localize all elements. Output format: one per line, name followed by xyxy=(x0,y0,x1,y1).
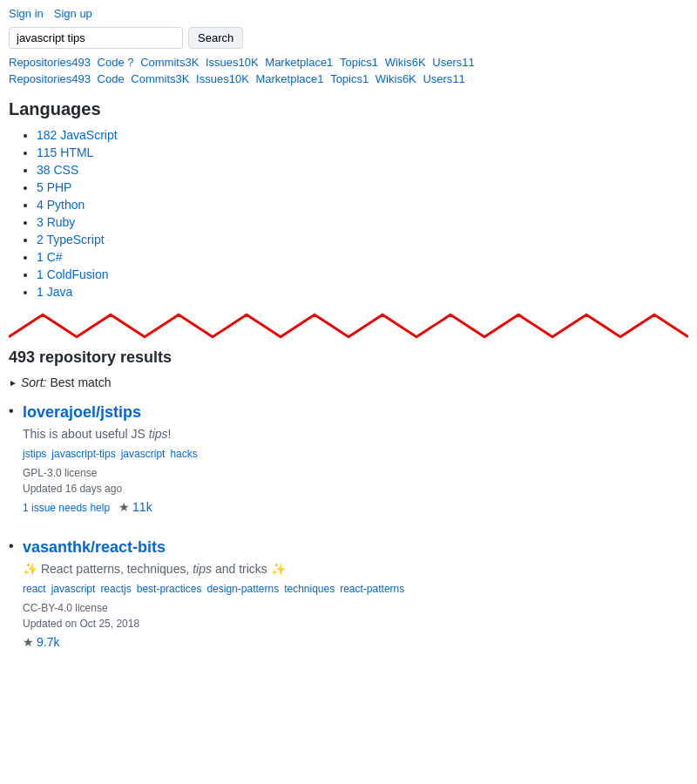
results-header: 493 repository results xyxy=(9,348,688,367)
repo-meta: ★ 9.7k xyxy=(23,635,688,649)
languages-section: Languages 182 JavaScript115 HTML38 CSS5 … xyxy=(9,99,688,299)
repo-desc-italic: tips xyxy=(193,562,212,576)
repo-list: loverajoel/jstips This is about useful J… xyxy=(9,403,688,649)
repo-desc: This is about useful JS tips! xyxy=(23,427,688,441)
filter2-issues[interactable]: Issues10K xyxy=(196,72,249,85)
repo-desc: ✨ React patterns, techniques, tips and t… xyxy=(23,562,688,576)
language-link[interactable]: 182 JavaScript xyxy=(37,128,118,142)
repo-link[interactable]: loverajoel/jstips xyxy=(23,403,141,421)
filter2-commits[interactable]: Commits3K xyxy=(131,72,189,85)
filter-users[interactable]: Users11 xyxy=(432,56,474,69)
repo-tags: reactjavascriptreactjsbest-practicesdesi… xyxy=(23,583,688,595)
repo-issues: 1 issue needs help xyxy=(23,500,110,514)
filter-code[interactable]: Code ? xyxy=(98,56,134,69)
issues-link[interactable]: 1 issue needs help xyxy=(23,502,110,514)
repo-tag[interactable]: design-patterns xyxy=(206,583,279,595)
top-nav: Sign in Sign up xyxy=(9,7,688,20)
repo-meta: 1 issue needs help ★ 11k xyxy=(23,500,688,514)
languages-list: 182 JavaScript115 HTML38 CSS5 PHP4 Pytho… xyxy=(9,128,688,299)
language-link[interactable]: 38 CSS xyxy=(37,163,78,177)
filter-row-primary: Repositories493 Code ? Commits3K Issues1… xyxy=(9,56,688,69)
languages-title: Languages xyxy=(9,99,688,119)
filter-row-secondary: Repositories493 Code Commits3K Issues10K… xyxy=(9,72,688,85)
language-link[interactable]: 3 Ruby xyxy=(37,215,75,229)
search-input[interactable] xyxy=(9,27,183,49)
repo-tag[interactable]: javascript xyxy=(51,583,96,595)
repo-tag[interactable]: javascript xyxy=(121,448,166,460)
language-link[interactable]: 1 ColdFusion xyxy=(37,267,109,281)
language-item: 3 Ruby xyxy=(37,215,688,229)
repo-tag[interactable]: react xyxy=(23,583,46,595)
language-item: 115 HTML xyxy=(37,145,688,159)
sort-row[interactable]: ► Sort: Best match xyxy=(9,375,688,389)
repo-item: vasanthk/react-bits ✨ React patterns, te… xyxy=(9,538,688,649)
star-icon: ★ xyxy=(118,500,130,514)
filter2-repositories[interactable]: Repositories493 xyxy=(9,72,91,85)
repo-tag[interactable]: best-practices xyxy=(137,583,202,595)
repo-link[interactable]: vasanthk/react-bits xyxy=(23,538,166,556)
star-icon: ★ xyxy=(23,635,34,649)
sort-value: Best match xyxy=(50,375,111,389)
repo-desc-italic: tips xyxy=(149,427,168,441)
zigzag-divider xyxy=(9,313,688,339)
language-link[interactable]: 2 TypeScript xyxy=(37,233,105,247)
filter2-users[interactable]: Users11 xyxy=(423,72,464,85)
repo-tag[interactable]: techniques xyxy=(284,583,335,595)
filter-commits[interactable]: Commits3K xyxy=(140,56,199,69)
repo-tags: jstipsjavascript-tipsjavascripthacks xyxy=(23,448,688,460)
language-item: 38 CSS xyxy=(37,163,688,177)
repo-license: CC-BY-4.0 license xyxy=(23,602,688,614)
sign-up-link[interactable]: Sign up xyxy=(54,7,92,20)
filter-issues[interactable]: Issues10K xyxy=(206,56,259,69)
sort-label: Sort: xyxy=(21,375,47,389)
repo-stars: ★ 9.7k xyxy=(23,635,59,649)
filter2-marketplace[interactable]: Marketplace1 xyxy=(255,72,323,85)
language-item: 1 ColdFusion xyxy=(37,267,688,281)
filter-repositories[interactable]: Repositories493 xyxy=(9,56,91,69)
repo-updated: Updated on Oct 25, 2018 xyxy=(23,618,688,630)
filter2-topics[interactable]: Topics1 xyxy=(330,72,369,85)
language-item: 1 Java xyxy=(37,285,688,299)
search-bar: Search xyxy=(9,27,688,49)
repo-updated: Updated 16 days ago xyxy=(23,483,688,495)
language-item: 5 PHP xyxy=(37,180,688,194)
stars-link[interactable]: 9.7k xyxy=(37,635,59,649)
filter2-wikis[interactable]: Wikis6K xyxy=(376,72,416,85)
filter-marketplace[interactable]: Marketplace1 xyxy=(265,56,333,69)
filter-topics[interactable]: Topics1 xyxy=(340,56,378,69)
filter2-code[interactable]: Code xyxy=(98,72,125,85)
repo-tag[interactable]: react-patterns xyxy=(340,583,404,595)
repo-tag[interactable]: javascript-tips xyxy=(51,448,115,460)
language-item: 2 TypeScript xyxy=(37,233,688,247)
language-link[interactable]: 5 PHP xyxy=(37,180,71,194)
language-item: 1 C# xyxy=(37,250,688,264)
sort-triangle-icon: ► xyxy=(9,378,17,388)
stars-link[interactable]: 11k xyxy=(132,500,152,514)
repo-tag[interactable]: reactjs xyxy=(100,583,131,595)
repo-license: GPL-3.0 license xyxy=(23,467,688,479)
stars-count: 11k xyxy=(132,500,152,514)
repo-tag[interactable]: hacks xyxy=(170,448,197,460)
repo-stars: ★ 11k xyxy=(118,500,152,514)
repo-item: loverajoel/jstips This is about useful J… xyxy=(9,403,688,514)
repo-name: vasanthk/react-bits xyxy=(23,538,688,557)
repo-name: loverajoel/jstips xyxy=(23,403,688,422)
sign-in-link[interactable]: Sign in xyxy=(9,7,44,20)
search-button[interactable]: Search xyxy=(188,27,243,49)
repo-tag[interactable]: jstips xyxy=(23,448,46,460)
language-link[interactable]: 1 Java xyxy=(37,285,72,299)
language-link[interactable]: 115 HTML xyxy=(37,145,93,159)
language-item: 182 JavaScript xyxy=(37,128,688,142)
language-link[interactable]: 1 C# xyxy=(37,250,63,264)
stars-count: 9.7k xyxy=(37,635,59,649)
language-link[interactable]: 4 Python xyxy=(37,198,85,212)
filter-wikis[interactable]: Wikis6K xyxy=(385,56,426,69)
language-item: 4 Python xyxy=(37,198,688,212)
